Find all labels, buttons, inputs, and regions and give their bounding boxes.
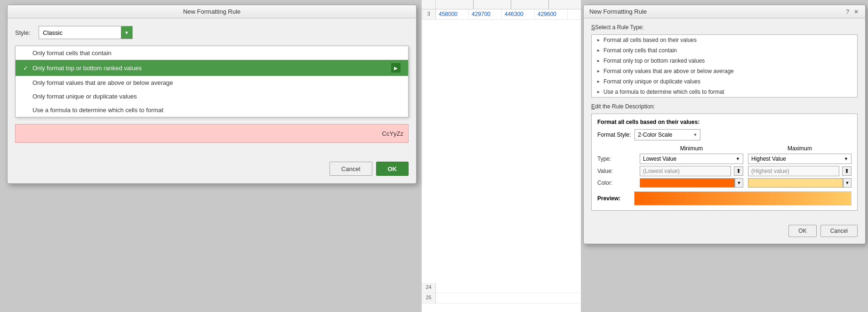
check-icon-4 bbox=[23, 93, 31, 100]
rule-arrow-5: ► bbox=[596, 79, 601, 84]
format-style-row: Format Style: 2-Color Scale ▼ bbox=[597, 129, 852, 140]
preview-label: Preview: bbox=[597, 195, 630, 202]
cell-3-2: 429700 bbox=[469, 9, 502, 19]
col-headers bbox=[422, 0, 581, 9]
cell-3-3: 446300 bbox=[502, 9, 535, 19]
rule-type-label-2: Format only cells that contain bbox=[603, 47, 677, 54]
minimum-type-value: Lowest Value bbox=[643, 156, 676, 162]
left-cancel-button[interactable]: Cancel bbox=[330, 162, 372, 176]
format-style-value: 2-Color Scale bbox=[638, 131, 672, 138]
rule-type-format-all[interactable]: ► Format all cells based on their values bbox=[592, 35, 857, 45]
rule-type-label-4: Format only values that are above or bel… bbox=[603, 68, 734, 74]
dropdown-item-label-2: Only format top or bottom ranked values bbox=[32, 65, 142, 72]
rule-arrow-1: ► bbox=[596, 38, 601, 42]
dropdown-item-unique-dup[interactable]: Only format unique or duplicate values bbox=[16, 90, 408, 103]
style-label: Style: bbox=[15, 29, 34, 36]
format-style-arrow-icon: ▼ bbox=[693, 132, 697, 137]
rule-type-formula[interactable]: ► Use a formula to determine which cells… bbox=[592, 87, 857, 97]
preview-row: Preview: bbox=[597, 191, 852, 205]
maximum-value-input[interactable]: (Highest value) bbox=[748, 166, 839, 176]
left-ok-button[interactable]: OK bbox=[376, 162, 409, 176]
maximum-color-swatch[interactable] bbox=[748, 178, 843, 188]
minimum-type-arrow-icon: ▼ bbox=[736, 156, 740, 161]
col-header-4 bbox=[549, 0, 581, 9]
close-button[interactable]: ✕ bbox=[853, 8, 860, 15]
row-number-header bbox=[422, 0, 436, 9]
check-icon-1 bbox=[23, 49, 31, 57]
format-all-title: Format all cells based on their values: bbox=[597, 119, 852, 125]
color-label: Color: bbox=[597, 180, 635, 186]
dropdown-item-formula[interactable]: Use a formula to determine which cells t… bbox=[16, 103, 408, 117]
cell-3-4: 429600 bbox=[535, 9, 568, 19]
minimum-color-arrow-icon[interactable]: ▼ bbox=[735, 178, 743, 188]
maximum-type-value: Highest Value bbox=[751, 156, 786, 162]
col-header-2 bbox=[474, 0, 511, 9]
min-max-header-row: Minimum Maximum bbox=[597, 145, 852, 152]
row-25-header: 25 bbox=[422, 293, 436, 303]
col-header-1 bbox=[436, 0, 474, 9]
rule-type-top-bottom[interactable]: ► Format only top or bottom ranked value… bbox=[592, 56, 857, 66]
rule-arrow-3: ► bbox=[596, 58, 601, 63]
check-icon-3 bbox=[23, 79, 31, 86]
left-dialog-footer: Cancel OK bbox=[8, 157, 416, 183]
rule-arrow-4: ► bbox=[596, 69, 601, 74]
maximum-color-arrow-icon[interactable]: ▼ bbox=[843, 178, 852, 188]
format-style-select[interactable]: 2-Color Scale ▼ bbox=[635, 129, 700, 140]
type-row: Type: Lowest Value ▼ Highest Value ▼ bbox=[597, 154, 852, 164]
rule-type-list: ► Format all cells based on their values… bbox=[591, 34, 858, 98]
dialog-controls: ? ✕ bbox=[845, 8, 860, 15]
maximum-value-upload-btn[interactable]: ⬆ bbox=[842, 166, 852, 176]
minimum-color-container: ▼ bbox=[640, 178, 743, 188]
help-button[interactable]: ? bbox=[845, 8, 850, 15]
col-header-3 bbox=[511, 0, 549, 9]
style-select[interactable]: Classic ▼ bbox=[39, 26, 133, 39]
right-ok-button[interactable]: OK bbox=[788, 225, 816, 237]
maximum-type-select[interactable]: Highest Value ▼ bbox=[748, 154, 852, 164]
dropdown-item-cells-contain[interactable]: Only format cells that contain bbox=[16, 46, 408, 60]
left-dialog-title: New Formatting Rule bbox=[183, 8, 241, 15]
minimum-value-upload-btn[interactable]: ⬆ bbox=[734, 166, 743, 176]
left-dialog: New Formatting Rule Style: Classic ▼ Onl… bbox=[7, 5, 417, 184]
dropdown-item-arrow-2: ▶ bbox=[391, 63, 401, 73]
rule-type-label-1: Format all cells based on their values bbox=[603, 37, 697, 43]
minimum-color-swatch[interactable] bbox=[640, 178, 735, 188]
ss-row-25: 25 bbox=[422, 293, 581, 304]
maximum-color-container: ▼ bbox=[748, 178, 852, 188]
value-row: Value: (Lowest value) ⬆ (Highest value) … bbox=[597, 166, 852, 176]
right-dialog-titlebar: New Formatting Rule ? ✕ bbox=[584, 5, 865, 18]
rule-arrow-2: ► bbox=[596, 48, 601, 53]
minimum-type-select[interactable]: Lowest Value ▼ bbox=[640, 154, 743, 164]
rule-type-label-5: Format only unique or duplicate values bbox=[603, 78, 700, 85]
rule-type-above-below[interactable]: ► Format only values that are above or b… bbox=[592, 66, 857, 76]
type-label: Type: bbox=[597, 156, 635, 162]
style-row: Style: Classic ▼ bbox=[15, 26, 409, 39]
maximum-header: Maximum bbox=[748, 145, 852, 152]
select-rule-text: Select a Rule Type: bbox=[595, 24, 644, 31]
rule-type-dropdown: Only format cells that contain ✓ Only fo… bbox=[15, 46, 409, 117]
right-cancel-button[interactable]: Cancel bbox=[820, 225, 858, 237]
maximum-value-text: (Highest value) bbox=[751, 168, 789, 174]
style-select-arrow-icon[interactable]: ▼ bbox=[121, 26, 132, 39]
minimum-value-container: (Lowest value) ⬆ bbox=[640, 166, 743, 176]
right-dialog: New Formatting Rule ? ✕ SSelect a Rule T… bbox=[583, 5, 866, 244]
maximum-value-container: (Highest value) ⬆ bbox=[748, 166, 852, 176]
dropdown-item-label-4: Only format unique or duplicate values bbox=[32, 93, 137, 100]
edit-rule-label: Edit the Rule Description: bbox=[591, 103, 858, 110]
ss-row-24: 24 bbox=[422, 283, 581, 293]
dropdown-item-above-below[interactable]: Only format values that are above or bel… bbox=[16, 76, 408, 90]
minimum-value-input[interactable]: (Lowest value) bbox=[640, 166, 731, 176]
rule-type-unique-dup[interactable]: ► Format only unique or duplicate values bbox=[592, 76, 857, 87]
preview-gradient bbox=[634, 191, 852, 205]
maximum-type-arrow-icon: ▼ bbox=[844, 156, 848, 161]
cell-3-1: 458000 bbox=[436, 9, 469, 19]
check-icon-5 bbox=[23, 107, 31, 114]
rule-desc-box: Format all cells based on their values: … bbox=[591, 114, 858, 211]
dropdown-item-top-bottom[interactable]: ✓ Only format top or bottom ranked value… bbox=[16, 60, 408, 76]
row-24-header: 24 bbox=[422, 283, 436, 293]
format-style-label: Format Style: bbox=[597, 131, 631, 138]
preview-text: CcYyZz bbox=[382, 130, 404, 137]
style-select-value: Classic bbox=[43, 29, 117, 36]
row-3-header: 3 bbox=[422, 9, 436, 19]
rule-type-only-cells[interactable]: ► Format only cells that contain bbox=[592, 45, 857, 56]
left-dialog-body: Style: Classic ▼ Only format cells that … bbox=[8, 18, 416, 157]
